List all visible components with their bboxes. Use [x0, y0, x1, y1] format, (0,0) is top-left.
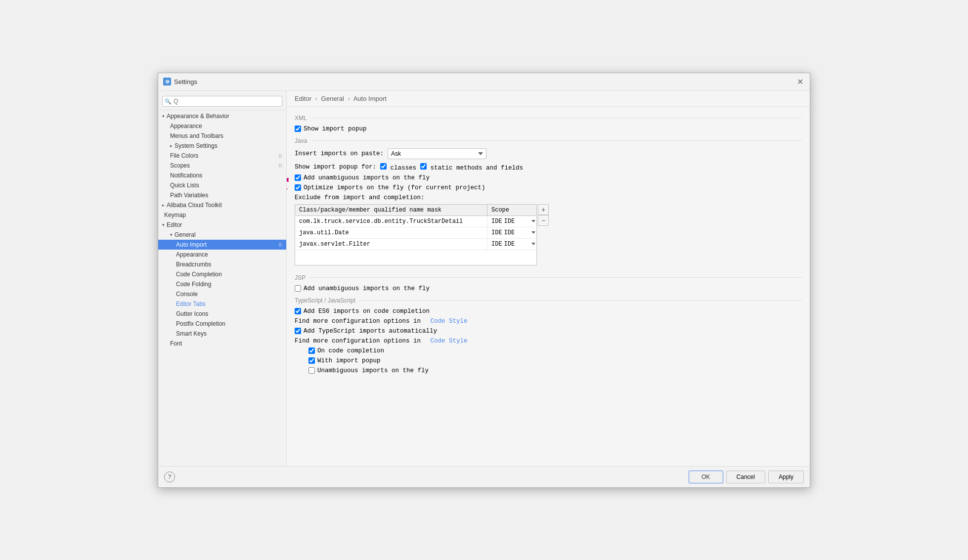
ts-add-typescript-row: Add TypeScript imports automatically: [295, 328, 802, 335]
help-button[interactable]: ?: [164, 472, 175, 482]
ts-on-code-completion-label[interactable]: On code completion: [308, 347, 384, 354]
dialog-title-text: Settings: [174, 78, 197, 86]
static-methods-label[interactable]: static methods and fields: [420, 163, 523, 172]
sidebar-item-label: Appearance & Behavior: [167, 113, 229, 120]
sidebar-item-editor[interactable]: Editor: [158, 220, 286, 230]
ts-add-es6-row: Add ES6 imports on code completion: [295, 308, 802, 315]
xml-show-import-popup-label[interactable]: Show import popup: [295, 126, 367, 132]
sidebar-item-code-completion[interactable]: Code Completion: [158, 269, 286, 279]
bottom-bar: ? OK Cancel Apply: [158, 466, 810, 487]
sidebar-item-label: Keymap: [164, 212, 186, 218]
scope-dropdown-1[interactable]: IDEProject: [504, 229, 536, 236]
ts-add-typescript-checkbox[interactable]: [295, 328, 301, 334]
breadcrumb-general: General: [321, 95, 344, 102]
classes-label[interactable]: classes: [380, 163, 416, 172]
ts-add-es6-checkbox[interactable]: [295, 308, 301, 314]
ts-on-code-completion-checkbox[interactable]: [308, 347, 315, 354]
ts-with-import-popup-label[interactable]: With import popup: [308, 357, 381, 364]
ts-add-typescript-label[interactable]: Add TypeScript imports automatically: [295, 328, 437, 335]
sidebar-item-appearance-behavior[interactable]: Appearance & Behavior: [158, 111, 286, 121]
static-methods-checkbox[interactable]: [420, 163, 427, 170]
sidebar-item-console[interactable]: Console: [158, 289, 286, 299]
sidebar-item-notifications[interactable]: Notifications: [158, 171, 286, 180]
expand-icon: [170, 232, 173, 237]
ts-add-es6-label[interactable]: Add ES6 imports on code completion: [295, 308, 430, 315]
remove-row-button[interactable]: −: [538, 215, 549, 226]
scope-dropdown-0[interactable]: IDEProject: [504, 218, 536, 225]
sidebar-item-label: Scopes: [170, 162, 190, 169]
code-style-link-2[interactable]: Code Style: [431, 338, 468, 345]
ts-unambiguous-label[interactable]: Unambiguous imports on the fly: [308, 367, 429, 374]
optimize-imports-label[interactable]: Optimize imports on the fly (for current…: [295, 184, 485, 191]
sidebar-item-font[interactable]: Font: [158, 339, 286, 348]
sidebar-item-menus-toolbars[interactable]: Menus and Toolbars: [158, 131, 286, 141]
add-unambiguous-label[interactable]: Add unambiguous imports on the fly: [295, 174, 430, 181]
expand-icon: [162, 222, 165, 227]
sidebar-item-label: Smart Keys: [176, 330, 207, 337]
expand-icon: [162, 114, 165, 119]
copy-icon: ⎘: [279, 163, 282, 169]
sidebar-item-label: Appearance: [176, 251, 208, 258]
settings-dialog: ⚙ Settings ✕ 🔍 Appearance & Behavior Ap: [158, 73, 810, 488]
add-row-button[interactable]: +: [538, 204, 549, 215]
classes-checkbox[interactable]: [380, 163, 387, 170]
col-class-header: Class/package/member qualified name mask: [295, 205, 487, 215]
ok-button[interactable]: OK: [689, 471, 723, 483]
sidebar-item-breadcrumbs[interactable]: Breadcrumbs: [158, 259, 286, 269]
ts-indent-options: On code completion With import popup Una…: [295, 347, 802, 374]
ts-unambiguous-checkbox[interactable]: [308, 367, 315, 374]
sidebar-item-appearance[interactable]: Appearance: [158, 121, 286, 131]
breadcrumb-sep1: ›: [315, 95, 317, 102]
sidebar-item-path-variables[interactable]: Path Variables: [158, 190, 286, 200]
sidebar-item-alibaba[interactable]: Alibaba Cloud Toolkit: [158, 200, 286, 210]
sidebar-item-label: Breadcrumbs: [176, 261, 211, 268]
cancel-button[interactable]: Cancel: [726, 471, 765, 483]
jsp-add-unambiguous-row: Add unambiguous imports on the fly: [295, 285, 802, 292]
sidebar-item-label: Quick Lists: [170, 182, 199, 189]
sidebar-item-code-folding[interactable]: Code Folding: [158, 279, 286, 289]
sidebar-item-postfix-completion[interactable]: Postfix Completion: [158, 319, 286, 329]
ts-section-label: TypeScript / JavaScript: [295, 297, 802, 304]
sidebar-item-general[interactable]: General: [158, 230, 286, 240]
table-empty-space: [295, 250, 536, 265]
add-unambiguous-checkbox[interactable]: [295, 174, 301, 181]
apply-button[interactable]: Apply: [768, 471, 804, 483]
ts-find-options2-row: Find more configuration options in Code …: [295, 338, 802, 345]
scope-dropdown-2[interactable]: IDEProject: [504, 241, 536, 248]
sidebar-item-keymap[interactable]: Keymap: [158, 210, 286, 220]
sidebar-item-quick-lists[interactable]: Quick Lists: [158, 180, 286, 190]
sidebar-item-auto-import[interactable]: Auto Import ⎘: [158, 240, 286, 250]
sidebar-item-system-settings[interactable]: System Settings: [158, 141, 286, 151]
breadcrumb-auto-import: Auto Import: [353, 95, 387, 102]
col-scope-header: Scope: [487, 205, 536, 215]
ts-with-import-popup-checkbox[interactable]: [308, 357, 315, 364]
sidebar-item-smart-keys[interactable]: Smart Keys: [158, 329, 286, 339]
search-icon: 🔍: [165, 98, 172, 104]
jsp-add-unambiguous-label[interactable]: Add unambiguous imports on the fly: [295, 285, 430, 292]
search-wrap: 🔍: [162, 96, 282, 107]
table-row: java.util.Date IDE IDEProject: [295, 227, 536, 239]
sidebar-item-appearance-sub[interactable]: Appearance: [158, 250, 286, 259]
exclude-label: Exclude from import and completion:: [295, 194, 802, 201]
optimize-imports-checkbox[interactable]: [295, 184, 301, 191]
add-unambiguous-row: ◀ Add unambiguous imports on the fly: [295, 174, 802, 181]
sidebar-item-editor-tabs[interactable]: Editor Tabs: [158, 299, 286, 309]
insert-imports-dropdown[interactable]: Ask Always Never: [388, 148, 486, 159]
ts-on-code-completion-row: On code completion: [308, 347, 802, 354]
xml-show-import-popup-checkbox[interactable]: [295, 126, 301, 132]
sidebar-item-scopes[interactable]: Scopes ⎘: [158, 161, 286, 171]
sidebar-item-file-colors[interactable]: File Colors ⎘: [158, 151, 286, 161]
xml-show-import-popup-row: Show import popup: [295, 126, 802, 132]
xml-section-label: XML: [295, 115, 802, 122]
table-row: com.lk.truck.service.db.entity.TruckStar…: [295, 216, 536, 227]
java-section-label: Java: [295, 137, 802, 144]
insert-imports-row: Insert imports on paste: Ask Always Neve…: [295, 148, 802, 159]
jsp-add-unambiguous-checkbox[interactable]: [295, 285, 301, 292]
close-button[interactable]: ✕: [795, 77, 805, 86]
search-input[interactable]: [162, 96, 282, 107]
code-style-link-1[interactable]: Code Style: [431, 318, 468, 325]
exclude-table: Class/package/member qualified name mask…: [295, 204, 537, 265]
sidebar-item-gutter-icons[interactable]: Gutter Icons: [158, 309, 286, 319]
titlebar: ⚙ Settings ✕: [158, 73, 810, 91]
jsp-section-label: JSP: [295, 274, 802, 281]
